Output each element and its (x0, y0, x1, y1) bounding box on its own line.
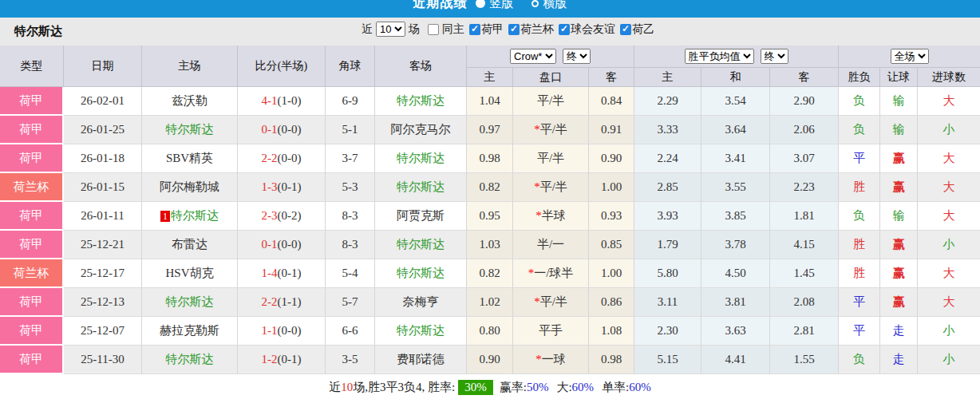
big-label: 大: (556, 380, 571, 395)
away-team-cell: 特尔斯达 (375, 259, 467, 288)
match-row: 荷甲25-12-13特尔斯达2-2(1-1)5-7奈梅亨1.02*平/半0.86… (0, 288, 980, 317)
same-home-checkbox[interactable] (428, 24, 439, 35)
asterisk-icon: * (535, 353, 542, 366)
header-home: 主场 (142, 45, 238, 87)
home-odds-cell: 0.82 (467, 259, 513, 288)
home-odds-cell: 1.02 (467, 288, 513, 317)
goals-cell: 大 (918, 259, 980, 288)
score-cell: 4-1(1-0) (238, 87, 326, 116)
league-checkbox-club-friendly[interactable] (559, 24, 570, 35)
average-select-group: 胜平负均值终 (634, 45, 839, 68)
vertical-layout-label[interactable]: 竖版 (490, 0, 514, 11)
average-select[interactable]: 胜平负均值 (685, 49, 754, 64)
away-odds-cell: 0.98 (589, 346, 634, 374)
score-cell: 1-2(0-1) (238, 346, 326, 374)
away-odds-cell: 0.90 (589, 144, 634, 173)
corner-cell: 8-3 (326, 231, 375, 259)
result-cell: 平 (839, 288, 880, 317)
league-cell: 荷甲 (0, 346, 64, 374)
date-cell: 25-12-17 (64, 259, 142, 288)
score-cell: 0-1(0-0) (238, 116, 326, 144)
avg-draw-cell: 3.55 (701, 173, 770, 202)
subheader-avg-lose: 客 (770, 68, 839, 87)
avg-win-cell: 3.33 (634, 116, 701, 144)
avg-lose-cell: 1.45 (770, 259, 839, 288)
league-label-club-friendly: 球会友谊 (571, 22, 615, 37)
half-score: (0-2) (278, 209, 302, 222)
league-label-eredivisie: 荷甲 (481, 22, 504, 37)
avg-win-cell: 5.80 (634, 259, 701, 288)
date-cell: 26-01-18 (64, 144, 142, 173)
league-cell: 荷甲 (0, 317, 64, 346)
corner-cell: 5-1 (326, 116, 375, 144)
full-score: 0-1 (262, 123, 278, 136)
recent-count-select[interactable]: 10 (376, 22, 405, 37)
vertical-layout-radio[interactable] (476, 0, 485, 8)
home-odds-cell: 0.82 (467, 173, 513, 202)
league-cell: 荷甲 (0, 144, 64, 173)
goals-cell: 小 (918, 317, 980, 346)
handicap-cell: *半球 (513, 202, 589, 231)
avg-draw-cell: 3.64 (701, 116, 770, 144)
home-team-cell: 兹沃勒 (142, 87, 238, 116)
league-cell: 荷甲 (0, 87, 64, 116)
subheader-avg-win: 主 (634, 68, 701, 87)
away-odds-cell: 1.00 (589, 173, 634, 202)
handicap-result-cell: 赢 (880, 144, 918, 173)
score-cell: 1-3(0-1) (238, 173, 326, 202)
avg-lose-cell: 4.15 (770, 231, 839, 259)
bookmaker-select[interactable]: Crow* (510, 49, 556, 64)
results-table: 类型 日期 主场 比分(半场) 角球 客场 Crow*终 胜平负均值终 全场 主… (0, 45, 980, 374)
avg-lose-cell: 2.06 (770, 116, 839, 144)
league-checkbox-eredivisie[interactable] (469, 24, 480, 35)
league-label-knvb-cup: 荷兰杯 (520, 22, 554, 37)
full-score: 1-2 (262, 353, 278, 366)
subheader-goals: 进球数 (918, 68, 980, 87)
full-score: 1-3 (262, 180, 278, 193)
corner-cell: 3-5 (326, 346, 375, 374)
handicap-cell: 平/半 (513, 87, 589, 116)
average-stage-select[interactable]: 终 (761, 49, 788, 64)
away-team-cell: 奈梅亨 (375, 288, 467, 317)
home-team-cell: SBV精英 (142, 144, 238, 173)
bookmaker-stage-select[interactable]: 终 (563, 49, 591, 64)
goals-cell: 小 (918, 346, 980, 374)
filter-bar: 特尔斯达 近 10 场 同主 荷甲 荷兰杯 球会友谊 荷乙 (0, 18, 980, 45)
score-cell: 0-1(0-0) (238, 231, 326, 259)
half-score: (1-0) (278, 94, 302, 107)
subheader-handicap-result: 让球 (880, 68, 918, 87)
avg-draw-cell: 4.41 (701, 346, 770, 374)
subheader-result: 胜负 (839, 68, 880, 87)
match-row: 荷甲26-02-01兹沃勒4-1(1-0)6-9特尔斯达1.04平/半0.842… (0, 87, 980, 116)
header-score: 比分(半场) (238, 45, 326, 87)
league-checkbox-eerste-divisie[interactable] (620, 24, 631, 35)
result-cell: 胜 (839, 173, 880, 202)
goals-cell: 小 (918, 116, 980, 144)
full-score: 2-3 (262, 209, 278, 222)
away-odds-cell: 0.93 (589, 202, 634, 231)
away-team-cell: 特尔斯达 (375, 317, 467, 346)
handicap-result-cell: 赢 (880, 231, 918, 259)
avg-win-cell: 2.24 (634, 144, 701, 173)
league-label-eerste-divisie: 荷乙 (632, 22, 654, 37)
horizontal-layout-label[interactable]: 横版 (543, 0, 567, 11)
subheader-home-odds: 主 (467, 68, 513, 87)
asterisk-icon: * (534, 123, 540, 136)
date-cell: 25-12-07 (64, 317, 142, 346)
home-team-cell: 特尔斯达 (142, 346, 238, 374)
avg-lose-cell: 1.55 (770, 346, 839, 374)
home-team-cell: HSV胡克 (142, 259, 238, 288)
half-score: (0-1) (278, 353, 302, 366)
horizontal-layout-radio[interactable] (531, 0, 539, 7)
score-cell: 2-2(0-0) (238, 144, 326, 173)
date-cell: 26-01-11 (64, 202, 142, 231)
header-type: 类型 (0, 45, 64, 87)
league-cell: 荷甲 (0, 116, 64, 144)
league-checkbox-knvb-cup[interactable] (508, 24, 520, 35)
avg-draw-cell: 3.41 (701, 144, 770, 173)
avg-draw-cell: 3.85 (701, 202, 770, 231)
scope-select[interactable]: 全场 (891, 49, 929, 64)
home-odds-cell: 1.04 (467, 87, 513, 116)
avg-win-cell: 2.85 (634, 173, 701, 202)
away-odds-cell: 0.91 (589, 116, 634, 144)
